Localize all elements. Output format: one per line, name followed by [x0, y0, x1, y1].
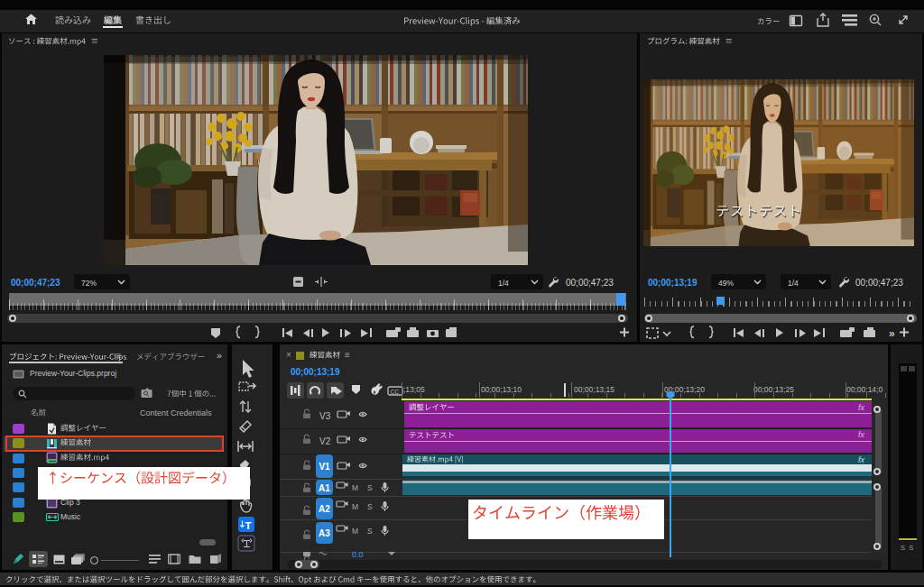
- svg-text:V3: V3: [319, 411, 331, 421]
- svg-text:M: M: [352, 483, 358, 492]
- svg-text:T: T: [245, 520, 251, 531]
- svg-text:A2: A2: [319, 504, 330, 514]
- svg-text:0.0: 0.0: [352, 550, 364, 559]
- svg-text:A3: A3: [319, 528, 330, 538]
- svg-text:»: »: [889, 327, 895, 340]
- svg-text:V1: V1: [319, 462, 330, 472]
- svg-text:CC: CC: [391, 389, 400, 395]
- svg-text:V2: V2: [319, 436, 331, 446]
- svg-text:A1: A1: [319, 483, 330, 493]
- svg-text:S: S: [367, 483, 373, 492]
